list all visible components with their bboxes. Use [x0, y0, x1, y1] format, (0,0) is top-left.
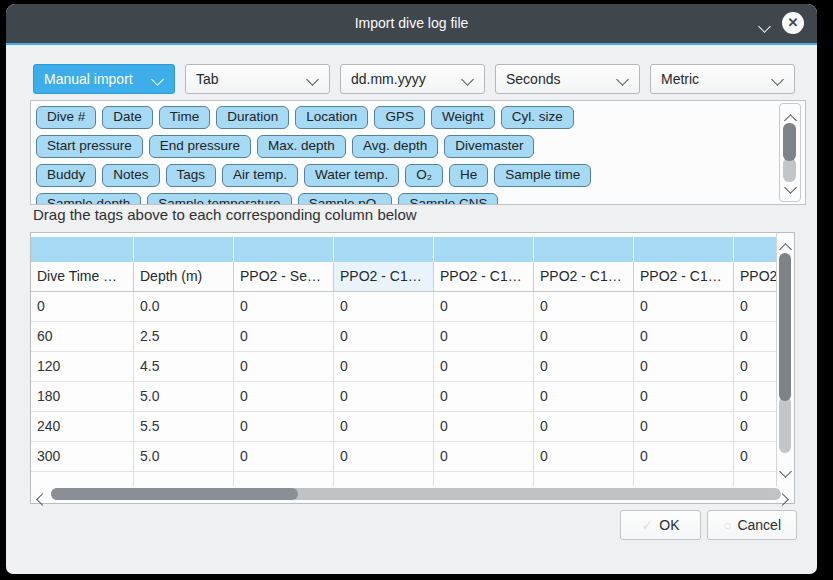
tag-location[interactable]: Location — [295, 106, 368, 129]
tag-duration[interactable]: Duration — [216, 106, 289, 129]
table-header-cell[interactable]: PPO2 - C1… — [634, 262, 734, 291]
table-cell: 0.0 — [134, 292, 234, 321]
table-body: 00.0000000602.50000001204.50000001805.00… — [31, 292, 776, 486]
tag-max-depth[interactable]: Max. depth — [257, 135, 346, 158]
import-dialog-window: Import dive log file ✕ Manual importTabd… — [6, 4, 817, 574]
tag-end-pressure[interactable]: End pressure — [149, 135, 251, 158]
tag-sample-cns[interactable]: Sample CNS — [398, 193, 498, 205]
tag-air-temp[interactable]: Air temp. — [222, 164, 298, 187]
table-cell: 0 — [234, 352, 334, 381]
table-header-cell[interactable]: PPO2 - C1… — [334, 262, 434, 291]
table-cell: 0 — [334, 352, 434, 381]
table-cell: 0 — [334, 292, 434, 321]
tag-cyl-size[interactable]: Cyl. size — [501, 106, 574, 129]
tag-sample-po[interactable]: Sample pO₂ — [298, 193, 393, 205]
tag-o[interactable]: O₂ — [405, 164, 443, 187]
scroll-down-icon[interactable] — [781, 462, 790, 480]
table-vscroll-track-remainder — [779, 397, 791, 453]
chevron-down-icon — [461, 73, 474, 86]
tags-panel: Dive #DateTimeDurationLocationGPSWeightC… — [30, 100, 806, 205]
tag-time[interactable]: Time — [159, 106, 211, 129]
tag-notes[interactable]: Notes — [102, 164, 159, 187]
table-cell: 0 — [234, 382, 334, 411]
field-separator-select[interactable]: Tab — [185, 64, 330, 94]
scroll-down-icon[interactable] — [786, 178, 795, 196]
column-drop-cell[interactable] — [31, 237, 133, 262]
hscroll-thumb[interactable] — [51, 488, 298, 500]
table-cell: 0 — [334, 442, 434, 471]
tags-scrollbar[interactable] — [779, 103, 801, 202]
ok-button[interactable]: ✓OK — [620, 510, 701, 540]
table-row: 2405.5000000 — [31, 412, 776, 442]
combo-selected-value: Seconds — [506, 65, 560, 93]
table-cell: 180 — [31, 382, 134, 411]
tag-tags[interactable]: Tags — [166, 164, 217, 187]
tag-gps[interactable]: GPS — [374, 106, 425, 129]
tag-avg-depth[interactable]: Avg. depth — [352, 135, 438, 158]
table-cell: 0 — [534, 322, 634, 351]
column-drop-cell[interactable] — [234, 237, 333, 262]
duration-format-select[interactable]: Seconds — [495, 64, 640, 94]
table-cell: 0 — [634, 382, 734, 411]
chevron-down-icon — [151, 73, 164, 86]
table-header-cell[interactable]: PPO2 - C1… — [534, 262, 634, 291]
import-preview-table: Dive Time …Depth (m)PPO2 - Se…PPO2 - C1…… — [30, 232, 795, 504]
table-cell: 0 — [31, 292, 134, 321]
table-cell: 0 — [434, 382, 534, 411]
scroll-left-icon[interactable] — [38, 490, 47, 508]
titlebar-chevron-down-icon[interactable] — [760, 17, 769, 35]
import-mode-select[interactable]: Manual import — [33, 64, 175, 94]
combo-selected-value: Metric — [661, 65, 699, 93]
dialog-titlebar: Import dive log file ✕ — [6, 4, 817, 45]
table-cell: 0 — [634, 412, 734, 441]
table-cell: 0 — [534, 292, 634, 321]
tag-date[interactable]: Date — [102, 106, 153, 129]
table-header-cell[interactable]: PPO2 - Se… — [234, 262, 334, 291]
tag-buddy[interactable]: Buddy — [36, 164, 96, 187]
table-cell: 0 — [634, 292, 734, 321]
table-row-partial — [31, 472, 776, 486]
tag-row: BuddyNotesTagsAir temp.Water temp.O₂HeSa… — [36, 164, 805, 187]
table-vertical-scrollbar[interactable] — [776, 233, 794, 486]
units-select[interactable]: Metric — [650, 64, 795, 94]
combo-selected-value: Tab — [196, 65, 219, 93]
table-cell: 5.5 — [134, 412, 234, 441]
table-header-cell[interactable]: Dive Time … — [31, 262, 134, 291]
table-cell: 0 — [634, 442, 734, 471]
column-drop-cell[interactable] — [634, 237, 733, 262]
table-cell: 0 — [234, 292, 334, 321]
table-vscroll-thumb[interactable] — [779, 253, 791, 401]
table-cell: 60 — [31, 322, 134, 351]
column-drop-cell[interactable] — [534, 237, 633, 262]
table-cell — [31, 472, 134, 486]
chevron-down-icon — [771, 73, 784, 86]
table-cell: 5.0 — [134, 442, 234, 471]
table-header-cell[interactable]: Depth (m) — [134, 262, 234, 291]
table-cell: 0 — [734, 412, 776, 441]
check-icon: ✓ — [642, 517, 654, 533]
tag-dive[interactable]: Dive # — [36, 106, 96, 129]
column-drop-cell[interactable] — [334, 237, 433, 262]
tag-start-pressure[interactable]: Start pressure — [36, 135, 143, 158]
tags-scrollbar-thumb[interactable] — [783, 123, 796, 161]
table-header-cell[interactable]: PPO2 - C1… — [434, 262, 534, 291]
tag-water-temp[interactable]: Water temp. — [304, 164, 399, 187]
column-drop-cell[interactable] — [734, 237, 776, 262]
scroll-right-icon[interactable] — [778, 490, 787, 508]
combo-selected-value: dd.mm.yyyy — [351, 65, 426, 93]
tag-sample-time[interactable]: Sample time — [494, 164, 591, 187]
tag-sample-temperature[interactable]: Sample temperature — [147, 193, 291, 205]
table-horizontal-scrollbar[interactable] — [31, 486, 794, 503]
tag-weight[interactable]: Weight — [431, 106, 495, 129]
column-drop-cell[interactable] — [134, 237, 233, 262]
dialog-title: Import dive log file — [6, 4, 817, 43]
cancel-button[interactable]: ○Cancel — [707, 510, 797, 540]
column-drop-cell[interactable] — [434, 237, 533, 262]
date-format-select[interactable]: dd.mm.yyyy — [340, 64, 485, 94]
tag-he[interactable]: He — [449, 164, 488, 187]
close-button[interactable]: ✕ — [782, 12, 804, 34]
tag-sample-depth[interactable]: Sample depth — [36, 193, 141, 205]
tag-divemaster[interactable]: Divemaster — [444, 135, 534, 158]
table-header-cell[interactable]: PPO2 — [734, 262, 776, 291]
table-cell: 0 — [734, 292, 776, 321]
